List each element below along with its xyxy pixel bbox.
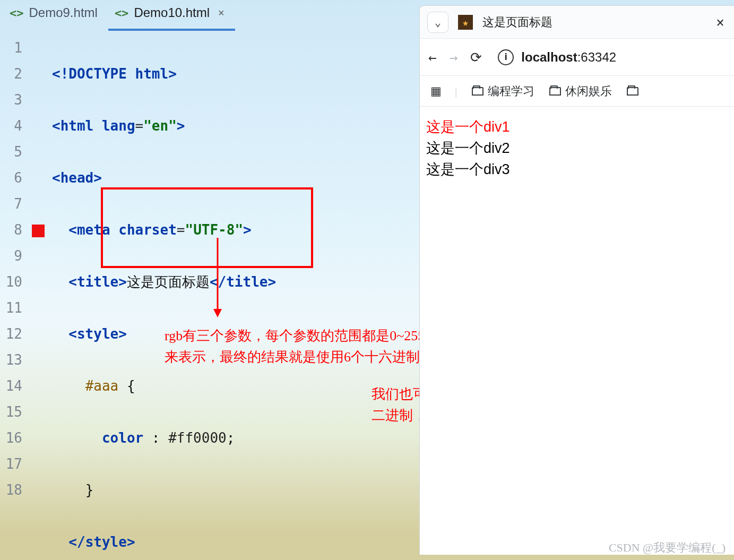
code-line: color : #ff0000;	[52, 425, 307, 451]
code-line: <meta charset="UTF-8">	[52, 217, 307, 243]
bookmark-folder-1[interactable]: 编程学习	[472, 83, 534, 99]
chevron-down-icon: ⌄	[435, 16, 441, 29]
bookmark-bar: ▦ | 编程学习 休闲娱乐	[420, 76, 734, 107]
bookmark-folder-more[interactable]	[627, 87, 638, 96]
page-div-3: 这是一个div3	[426, 159, 728, 180]
bookmark-label: 休闲娱乐	[565, 83, 612, 99]
close-icon[interactable]: ×	[218, 7, 224, 19]
browser-tab-title[interactable]: 这是页面标题	[482, 14, 706, 30]
folder-icon	[627, 87, 638, 96]
site-info-icon[interactable]: i	[498, 49, 514, 65]
page-div-2: 这是一个div2	[426, 137, 728, 159]
separator: |	[455, 84, 457, 98]
html-file-icon: <>	[115, 6, 129, 20]
code-line: }	[52, 477, 307, 503]
html-file-icon: <>	[10, 6, 24, 20]
bookmark-label: 编程学习	[488, 83, 534, 99]
tab-label: Demo10.html	[134, 5, 210, 20]
browser-window: ⌄ ★ 这是页面标题 × ← → ⟳ i localhost:63342 ▦ |…	[419, 5, 734, 555]
code-text[interactable]: <!DOCTYPE html> <html lang="en"> <head> …	[52, 35, 307, 560]
favicon-icon: ★	[458, 15, 473, 30]
color-swatch-icon	[32, 225, 45, 237]
line-number-gutter: 123456789 101112131415161718	[0, 35, 25, 560]
gutter-markers	[25, 35, 52, 560]
folder-icon	[472, 87, 483, 96]
editor-tab-bar: <> Demo9.html <> Demo10.html ×	[0, 0, 419, 31]
reload-button[interactable]: ⟳	[470, 49, 482, 65]
tab-demo9[interactable]: <> Demo9.html	[3, 0, 108, 31]
address-bar[interactable]: i localhost:63342	[495, 49, 726, 65]
page-content: 这是一个div1 这是一个div2 这是一个div3	[420, 107, 734, 555]
code-line: <title>这是页面标题</title>	[52, 269, 307, 295]
tab-search-button[interactable]: ⌄	[427, 12, 448, 33]
tab-label: Demo9.html	[29, 5, 98, 20]
address-text: localhost:63342	[521, 50, 616, 65]
code-line: <!DOCTYPE html>	[52, 61, 307, 87]
browser-nav-bar: ← → ⟳ i localhost:63342	[420, 39, 734, 76]
bookmark-folder-2[interactable]: 休闲娱乐	[549, 83, 612, 99]
code-area[interactable]: 123456789 101112131415161718 <!DOCTYPE h…	[0, 31, 419, 560]
code-line: <html lang="en">	[52, 113, 307, 139]
code-editor: <> Demo9.html <> Demo10.html × 123456789…	[0, 0, 419, 560]
page-div-1: 这是一个div1	[426, 116, 728, 137]
apps-icon[interactable]: ▦	[430, 84, 440, 98]
code-line: </style>	[52, 529, 307, 555]
forward-button[interactable]: →	[450, 49, 458, 65]
code-line: <head>	[52, 165, 307, 191]
browser-tab-bar: ⌄ ★ 这是页面标题 ×	[420, 6, 734, 39]
watermark-text: CSDN @我要学编程(_)	[609, 540, 726, 556]
close-tab-button[interactable]: ×	[716, 14, 727, 30]
back-button[interactable]: ←	[428, 49, 437, 65]
code-line: #aaa {	[52, 373, 307, 399]
folder-icon	[549, 87, 561, 96]
tab-demo10[interactable]: <> Demo10.html ×	[108, 0, 235, 31]
